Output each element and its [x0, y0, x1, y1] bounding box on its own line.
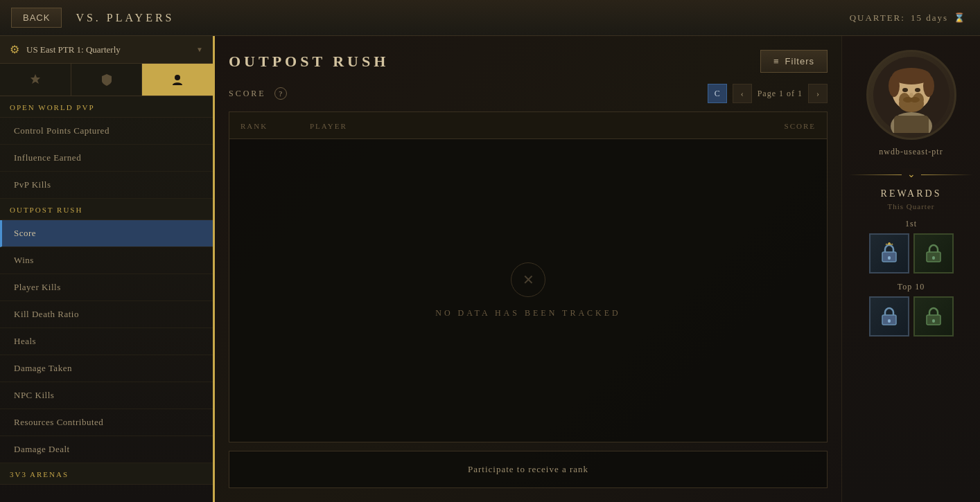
reward-item-top10-1	[869, 296, 909, 337]
svg-point-7	[923, 75, 934, 97]
shield-tab[interactable]	[71, 64, 143, 96]
sidebar-item-resources-contributed[interactable]: Resources Contributed	[0, 409, 213, 436]
player-name: nwdb-useast-ptr	[879, 147, 943, 157]
svg-point-9	[915, 88, 920, 92]
content-title: OUTPOST RUSH	[229, 53, 389, 71]
svg-point-15	[910, 97, 920, 102]
x-icon: ✕	[523, 271, 534, 288]
sidebar-item-control-points[interactable]: Control Points Captured	[0, 118, 213, 145]
divider-line: ⌄	[842, 168, 980, 180]
svg-rect-19	[932, 256, 935, 260]
no-data-message: NO DATA HAS BEEN TRACKED	[435, 308, 621, 319]
question-icon: ?	[279, 89, 282, 98]
player-tab[interactable]	[142, 64, 213, 96]
next-page-button[interactable]: ›	[808, 84, 828, 103]
filters-button[interactable]: ≡ Filters	[760, 50, 828, 73]
quarter-label: QUARTER:	[850, 12, 905, 24]
filters-label: Filters	[785, 56, 814, 66]
score-column-header: SCORE	[785, 122, 816, 130]
rewards-title: REWARDS	[881, 188, 942, 199]
chevron-down-icon: ⌄	[902, 168, 921, 180]
participate-bar: Participate to receive a rank	[229, 451, 828, 488]
pagination: C ‹ Page 1 of 1 ›	[708, 84, 828, 103]
svg-rect-21	[888, 319, 891, 323]
score-label: SCORE	[229, 89, 266, 99]
svg-rect-23	[932, 319, 935, 323]
faction-tab[interactable]	[0, 64, 71, 96]
section-header-3v3-arenas: 3V3 ARENAS	[0, 463, 213, 485]
c-toggle-button[interactable]: C	[708, 84, 727, 103]
section-header-outpost-rush: OUTPOST RUSH	[0, 199, 213, 220]
rank-column-header: RANK	[240, 122, 268, 130]
svg-point-6	[889, 75, 900, 97]
reward-item-top10-2	[913, 296, 954, 337]
sidebar-item-influence[interactable]: Influence Earned	[0, 145, 213, 172]
table-body: ✕ NO DATA HAS BEEN TRACKED	[229, 139, 827, 442]
quarter-info: QUARTER: 15 days ⌛	[850, 12, 966, 24]
svg-point-8	[902, 88, 908, 92]
content-header: OUTPOST RUSH ≡ Filters	[229, 50, 828, 73]
rank-1st-label: 1st	[905, 219, 917, 229]
settings-icon: ⚙	[10, 43, 19, 56]
content-area: OUTPOST RUSH ≡ Filters SCORE ? C ‹ Page …	[215, 36, 841, 502]
sidebar-item-wins[interactable]: Wins	[0, 247, 213, 274]
help-button[interactable]: ?	[274, 87, 287, 100]
score-bar: SCORE ? C ‹ Page 1 of 1 ›	[229, 84, 828, 103]
reward-items-1st	[869, 233, 954, 274]
reward-item-1st-1	[869, 233, 909, 274]
rewards-subtitle: This Quarter	[888, 202, 935, 210]
region-selector-text: US East PTR 1: Quarterly	[26, 44, 189, 55]
svg-rect-3	[894, 116, 929, 133]
section-header-open-world: OPEN WORLD PVP	[0, 96, 213, 118]
no-data-icon: ✕	[511, 262, 545, 297]
sidebar-item-score[interactable]: Score	[0, 220, 213, 247]
main-layout: ⚙ US East PTR 1: Quarterly ▼	[0, 36, 980, 502]
hourglass-icon: ⌛	[954, 12, 966, 24]
reward-item-1st-2	[913, 233, 954, 274]
sidebar-item-damage-taken[interactable]: Damage Taken	[0, 355, 213, 382]
svg-point-0	[175, 75, 180, 80]
chevron-down-icon: ▼	[196, 46, 203, 53]
region-selector[interactable]: ⚙ US East PTR 1: Quarterly ▼	[0, 36, 213, 64]
sidebar-item-damage-dealt[interactable]: Damage Dealt	[0, 436, 213, 463]
page-title: VS. PLAYERS	[76, 12, 174, 24]
table-header: RANK PLAYER SCORE	[229, 112, 827, 139]
quarter-value: 15 days	[911, 12, 948, 24]
rank-top10-label: Top 10	[898, 282, 925, 292]
back-button[interactable]: Back	[11, 8, 62, 28]
sidebar-item-kill-death-ratio[interactable]: Kill Death Ratio	[0, 301, 213, 328]
page-info: Page 1 of 1	[758, 89, 803, 99]
sidebar-item-pvp-kills[interactable]: PvP Kills	[0, 172, 213, 199]
sidebar-item-heals[interactable]: Heals	[0, 328, 213, 355]
player-column-header: PLAYER	[310, 122, 347, 130]
player-avatar	[866, 50, 956, 140]
top-navigation: Back VS. PLAYERS QUARTER: 15 days ⌛	[0, 0, 980, 36]
prev-page-button[interactable]: ‹	[733, 84, 752, 103]
tab-icons	[0, 64, 213, 96]
reward-items-top10	[869, 296, 954, 337]
right-panel: nwdb-useast-ptr ⌄ REWARDS This Quarter 1…	[841, 36, 980, 502]
filter-icon: ≡	[773, 56, 780, 66]
leaderboard-table: RANK PLAYER SCORE ✕ NO DATA HAS BEEN TRA…	[229, 111, 828, 442]
sidebar-item-npc-kills[interactable]: NPC Kills	[0, 382, 213, 409]
sidebar-item-player-kills[interactable]: Player Kills	[0, 274, 213, 301]
sidebar: ⚙ US East PTR 1: Quarterly ▼	[0, 36, 215, 502]
svg-rect-17	[888, 256, 891, 260]
